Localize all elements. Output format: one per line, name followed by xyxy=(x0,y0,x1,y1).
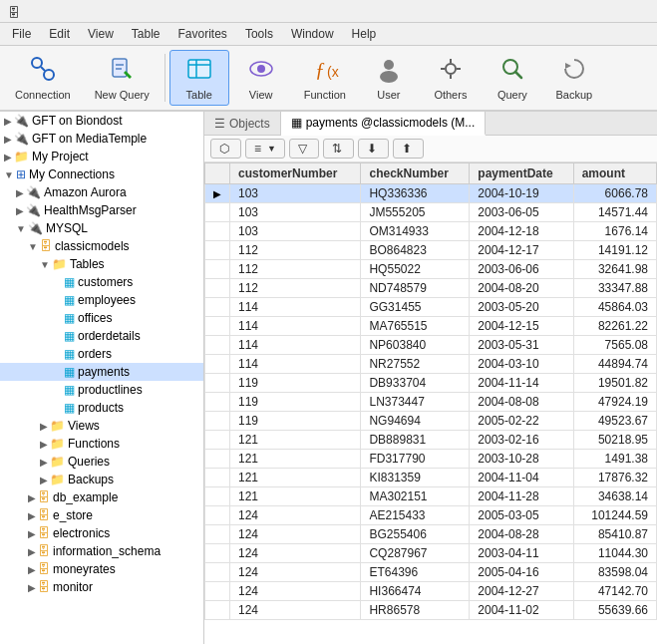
toolbar-btn-backup[interactable]: Backup xyxy=(544,50,604,106)
menu-item-favorites[interactable]: Favorites xyxy=(170,25,235,43)
expand-arrow-amazonaurora: ▶ xyxy=(16,187,24,198)
cell-amount: 1491.38 xyxy=(573,450,656,469)
expand-arrow-information_schema: ▶ xyxy=(28,546,36,557)
toolbar-btn-user[interactable]: User xyxy=(359,50,419,106)
sidebar-item-gftonbiondost[interactable]: ▶🔌GFT on Biondost xyxy=(0,112,203,130)
expand-arrow-moneyrates: ▶ xyxy=(28,564,36,575)
sidebar-item-queries[interactable]: ▶📁Queries xyxy=(0,453,203,471)
sidebar-item-electronics[interactable]: ▶🗄electronics xyxy=(0,524,203,542)
sidebar-item-views[interactable]: ▶📁Views xyxy=(0,417,203,435)
sidebar-item-productlines[interactable]: ▦productlines xyxy=(0,381,203,399)
table-row[interactable]: 124ET643962005-04-1683598.04 xyxy=(205,563,657,582)
toolbar-btn-connection[interactable]: Connection xyxy=(4,50,82,106)
cell-customerNumber: 124 xyxy=(230,525,361,544)
table-row[interactable]: ▶103HQ3363362004-10-196066.78 xyxy=(205,184,657,203)
begin-transaction-button[interactable]: ⬡ xyxy=(210,139,241,159)
sidebar-label-mysql: MYSQL xyxy=(46,221,88,235)
table-row[interactable]: 112BO8648232004-12-1714191.12 xyxy=(205,241,657,260)
import-button[interactable]: ⬇ xyxy=(358,139,389,159)
table-row[interactable]: 119LN3734472004-08-0847924.19 xyxy=(205,393,657,412)
table-row[interactable]: 124HR865782004-11-0255639.66 xyxy=(205,601,657,620)
table-row[interactable]: 114MA7655152004-12-1582261.22 xyxy=(205,317,657,336)
toolbar-btn-others[interactable]: Others xyxy=(421,50,481,106)
table-row[interactable]: 112HQ550222003-06-0632641.98 xyxy=(205,260,657,279)
cell-checkNumber: NP603840 xyxy=(361,336,470,355)
col-header-customer-number[interactable]: customerNumber xyxy=(230,163,361,184)
table-row[interactable]: 103OM3149332004-12-181676.14 xyxy=(205,222,657,241)
col-header-amount[interactable]: amount xyxy=(573,163,656,184)
cell-paymentDate: 2004-10-19 xyxy=(470,184,573,203)
sidebar-item-e_store[interactable]: ▶🗄e_store xyxy=(0,506,203,524)
svg-point-14 xyxy=(384,60,394,70)
sidebar-item-monitor[interactable]: ▶🗄monitor xyxy=(0,578,203,596)
sidebar-item-healthmsgparser[interactable]: ▶🔌HealthMsgParser xyxy=(0,201,203,219)
toolbar-btn-view[interactable]: View xyxy=(231,50,291,106)
toolbar-btn-new-query[interactable]: New Query xyxy=(84,50,161,106)
sidebar-item-employees[interactable]: ▦employees xyxy=(0,291,203,309)
sidebar-item-information_schema[interactable]: ▶🗄information_schema xyxy=(0,542,203,560)
user-icon xyxy=(375,55,403,87)
menu-item-file[interactable]: File xyxy=(4,25,39,43)
sidebar-item-mysql[interactable]: ▼🔌MYSQL xyxy=(0,219,203,237)
table-row[interactable]: 121MA3021512004-11-2834638.14 xyxy=(205,487,657,506)
table-row[interactable]: 114NP6038402003-05-317565.08 xyxy=(205,336,657,355)
menu-item-view[interactable]: View xyxy=(80,25,122,43)
col-header-check-number[interactable]: checkNumber xyxy=(361,163,470,184)
toolbar-btn-function[interactable]: ƒ(x)Function xyxy=(293,50,357,106)
sidebar-item-backups[interactable]: ▶📁Backups xyxy=(0,471,203,488)
menu-item-edit[interactable]: Edit xyxy=(41,25,78,43)
cell-amount: 33347.88 xyxy=(573,279,656,298)
menu-item-tools[interactable]: Tools xyxy=(237,25,281,43)
row-arrow xyxy=(205,336,230,355)
sidebar-item-myconnections[interactable]: ▼⊞My Connections xyxy=(0,165,203,183)
table-row[interactable]: 121FD3177902003-10-281491.38 xyxy=(205,450,657,469)
sidebar-item-offices[interactable]: ▦offices xyxy=(0,309,203,327)
menu-item-window[interactable]: Window xyxy=(283,25,342,43)
cell-paymentDate: 2003-05-20 xyxy=(470,298,573,317)
menu-item-help[interactable]: Help xyxy=(344,25,385,43)
table-row[interactable]: 124CQ2879672003-04-1111044.30 xyxy=(205,544,657,563)
sidebar-item-tables[interactable]: ▼📁Tables xyxy=(0,255,203,273)
sidebar-item-customers[interactable]: ▦customers xyxy=(0,273,203,291)
table-row[interactable]: 119NG946942005-02-2249523.67 xyxy=(205,412,657,431)
sidebar-item-products[interactable]: ▦products xyxy=(0,399,203,417)
tab-label-objects: Objects xyxy=(229,117,270,131)
table-row[interactable]: 119DB9337042004-11-1419501.82 xyxy=(205,374,657,393)
sidebar-item-orders[interactable]: ▦orders xyxy=(0,345,203,363)
tab-payments[interactable]: ▦payments @classicmodels (M... xyxy=(281,112,487,136)
table-row[interactable]: 114GG314552003-05-2045864.03 xyxy=(205,298,657,317)
col-header-payment-date[interactable]: paymentDate xyxy=(470,163,573,184)
table-row[interactable]: 103JM5552052003-06-0514571.44 xyxy=(205,203,657,222)
cell-amount: 83598.04 xyxy=(573,563,656,582)
expand-arrow-views: ▶ xyxy=(40,421,48,432)
toolbar-btn-table[interactable]: Table xyxy=(169,50,229,106)
tab-objects[interactable]: ☰Objects xyxy=(204,112,281,135)
sidebar-item-amazonaurora[interactable]: ▶🔌Amazon Aurora xyxy=(0,183,203,201)
table-row[interactable]: 124BG2554062004-08-2885410.87 xyxy=(205,525,657,544)
sidebar-item-db_example[interactable]: ▶🗄db_example xyxy=(0,488,203,506)
sidebar-item-payments[interactable]: ▦payments xyxy=(0,363,203,381)
table-row[interactable]: 121KI8313592004-11-0417876.32 xyxy=(205,469,657,487)
toolbar-btn-query[interactable]: Query xyxy=(483,50,542,106)
sidebar-item-gftonmediatemple[interactable]: ▶🔌GFT on MediaTemple xyxy=(0,130,203,148)
table-row[interactable]: 112ND7485792004-08-2033347.88 xyxy=(205,279,657,298)
sort-button[interactable]: ⇅ xyxy=(323,139,354,159)
table-row[interactable]: 124AE2154332005-03-05101244.59 xyxy=(205,506,657,525)
sidebar-item-orderdetails[interactable]: ▦orderdetails xyxy=(0,327,203,345)
table-row[interactable]: 121DB8898312003-02-1650218.95 xyxy=(205,431,657,450)
cell-customerNumber: 112 xyxy=(230,260,361,279)
cell-customerNumber: 114 xyxy=(230,317,361,336)
cell-checkNumber: BO864823 xyxy=(361,241,470,260)
export-button[interactable]: ⬆ xyxy=(393,139,424,159)
sidebar-label-gftonbiondost: GFT on Biondost xyxy=(32,114,123,128)
sidebar-item-moneyrates[interactable]: ▶🗄moneyrates xyxy=(0,560,203,578)
filter-button[interactable]: ▽ xyxy=(289,139,319,159)
sidebar-item-functions[interactable]: ▶📁Functions xyxy=(0,435,203,453)
sidebar-item-classicmodels[interactable]: ▼🗄classicmodels xyxy=(0,237,203,255)
text-button[interactable]: ≡ ▼ xyxy=(245,139,285,159)
table-row[interactable]: 114NR275522004-03-1044894.74 xyxy=(205,355,657,374)
menu-item-table[interactable]: Table xyxy=(124,25,168,43)
sidebar-item-myproject[interactable]: ▶📁My Project xyxy=(0,148,203,165)
svg-rect-3 xyxy=(113,59,127,77)
table-row[interactable]: 124HI3664742004-12-2747142.70 xyxy=(205,582,657,601)
